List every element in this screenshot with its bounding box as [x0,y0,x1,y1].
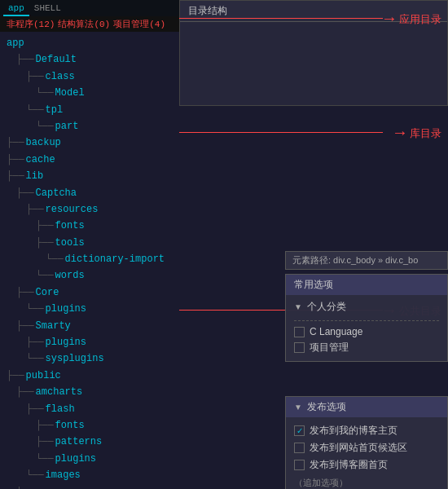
tree-item-app[interactable]: app [0,35,179,51]
tree-item-smarty[interactable]: ├── Smarty [0,318,179,334]
nav-sub-items: 非程序(12) 结构算法(0) 项目管理(4) [0,16,179,32]
lib-dir-annotation: → 库目录 [395,124,441,143]
tree-item-tools[interactable]: ├── tools [0,235,179,251]
separator [294,320,439,321]
publish-checkbox-label-0: 发布到我的博客主页 [310,424,397,438]
publish-dropdown-icon: ▼ [294,403,302,412]
publish-checkbox-row-0[interactable]: 发布到我的博客主页 [294,422,439,439]
tree-item-flash-fonts[interactable]: ├── fonts [0,417,179,434]
tree-item-backup[interactable]: ├── backup [0,134,179,151]
tree-item-patterns[interactable]: ├── patterns [0,434,179,450]
tab-app[interactable]: app [3,2,29,16]
checkbox-1[interactable] [294,342,305,353]
tree-item-amcharts-images[interactable]: └── images [0,467,179,483]
publish-footer: （追加选项） [294,474,439,489]
app-dir-label: 应用目录 [399,12,441,27]
file-tree: app ├── Default ├── class └── Model └── … [0,32,179,489]
publish-checkbox-2[interactable] [294,460,305,470]
publish-checkbox-label-2: 发布到博客圈首页 [310,458,388,472]
arrow-right-icon: → [384,10,394,29]
sub-item-0[interactable]: 非程序(12) [7,18,55,30]
tree-item-flash[interactable]: ├── flash [0,401,179,417]
tree-item-core[interactable]: ├── Core [0,284,179,301]
common-options-panel: 常用选项 ▼ 个人分类 C Language 项目管理 [285,274,448,362]
tree-item-cache[interactable]: ├── cache [0,152,179,168]
sub-item-1[interactable]: 结构算法(0) [58,18,110,30]
tree-item-default[interactable]: ├── Default [0,51,179,68]
common-options-content: ▼ 个人分类 C Language 项目管理 [286,295,447,361]
right-panel: 目录结构 → 应用目录 → 库目录 → 公共目录 元素路径: div.c_bod… [179,0,448,489]
publish-checkbox-1[interactable] [294,443,305,453]
publish-checkbox-0[interactable] [294,425,305,436]
lib-dir-label: 库目录 [410,126,441,141]
tree-item-fonts-captcha[interactable]: ├── fonts [0,218,179,234]
tree-item-class[interactable]: ├── class [0,68,179,85]
checkbox-label-1: 项目管理 [310,341,349,355]
tree-item-flash-plugins[interactable]: └── plugins [0,451,179,467]
tab-shell[interactable]: SHELL [29,2,66,16]
category-dropdown[interactable]: ▼ 个人分类 [294,300,439,314]
main-container: app SHELL 非程序(12) 结构算法(0) 项目管理(4) app ├─… [0,0,448,489]
app-arrow-line [179,18,383,19]
checkbox-label-0: C Language [310,326,362,337]
publish-options-title: 发布选项 [307,400,346,414]
dir-structure-title: 目录结构 [188,6,227,17]
element-path-text: 元素路径: div.c_body » div.c_bo [292,255,418,265]
publish-checkbox-row-1[interactable]: 发布到网站首页候选区 [294,439,439,456]
tree-item-amcharts[interactable]: ├── amcharts [0,384,179,400]
tree-item-smarty-plugins[interactable]: ├── plugins [0,334,179,350]
common-options-header: 常用选项 [286,275,447,295]
publish-options-content: 发布到我的博客主页 发布到网站首页候选区 发布到博客圈首页 （追加选项） [286,417,447,489]
common-options-title: 常用选项 [294,278,333,292]
publish-checkbox-label-1: 发布到网站首页候选区 [310,441,407,455]
app-dir-annotation: → 应用目录 [384,10,441,29]
tree-item-resources[interactable]: ├── resources [0,201,179,218]
tree-item-tpl[interactable]: └── tpl [0,102,179,118]
category-label: 个人分类 [307,300,346,314]
tree-item-captcha[interactable]: ├── Captcha [0,185,179,201]
sub-item-2[interactable]: 项目管理(4) [113,18,165,30]
sidebar: app SHELL 非程序(12) 结构算法(0) 项目管理(4) app ├─… [0,0,179,489]
publish-options-header: ▼ 发布选项 [286,397,447,417]
tree-item-lib[interactable]: ├── lib [0,168,179,184]
lib-arrow-icon: → [395,124,405,143]
nav-tabs: app SHELL [0,0,179,16]
tree-item-words[interactable]: └── words [0,267,179,284]
checkbox-row-0[interactable]: C Language [294,324,439,339]
tree-item-css[interactable]: ├── css [0,484,179,489]
publish-panel: ▼ 发布选项 发布到我的博客主页 发布到网站首页候选区 发布到博客圈首页 （追加… [285,396,448,489]
publish-checkbox-row-2[interactable]: 发布到博客圈首页 [294,456,439,474]
tree-item-dictionary-import[interactable]: └── dictionary-import [0,251,179,267]
tree-item-part[interactable]: └── part [0,118,179,134]
checkbox-row-1[interactable]: 项目管理 [294,339,439,356]
lib-arrow-line [179,132,383,133]
tree-item-public[interactable]: ├── public [0,368,179,384]
tree-item-model[interactable]: └── Model [0,85,179,101]
tree-item-core-plugins[interactable]: └── plugins [0,301,179,317]
tree-item-sysplugins[interactable]: └── sysplugins [0,350,179,367]
checkbox-0[interactable] [294,327,305,337]
element-path-bar: 元素路径: div.c_body » div.c_bo [285,251,448,270]
dropdown-icon: ▼ [294,302,302,311]
